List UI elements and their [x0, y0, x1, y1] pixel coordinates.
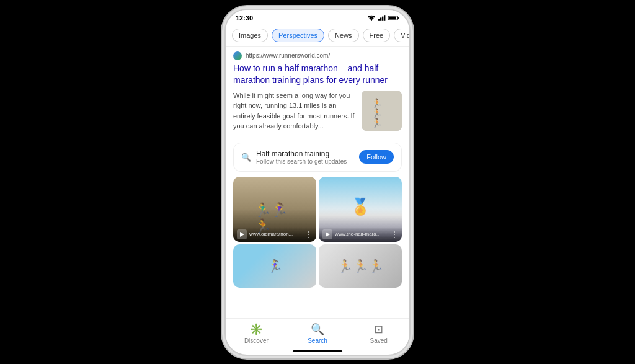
follow-left: 🔍 Half marathon training Follow this sea…: [241, 149, 347, 165]
article-title[interactable]: How to run a half marathon – and half ma…: [226, 63, 409, 91]
small-thumb-1[interactable]: 🏃‍♀️: [233, 244, 316, 288]
video-play-2: [322, 229, 332, 239]
follow-text-block: Half marathon training Follow this searc…: [256, 149, 347, 165]
svg-rect-3: [382, 16, 383, 20]
svg-rect-6: [389, 16, 396, 19]
svg-rect-2: [380, 17, 381, 20]
follow-text-sub: Follow this search to get updates: [256, 158, 347, 165]
svg-point-0: [371, 20, 372, 20]
search-icon-follow: 🔍: [241, 153, 251, 162]
svg-rect-7: [398, 17, 399, 19]
nav-item-saved[interactable]: ⊡ Saved: [348, 322, 409, 344]
source-row: https://www.runnersworld.com/: [226, 47, 409, 63]
play-icon-2: [326, 232, 330, 237]
saved-label: Saved: [370, 337, 388, 344]
small-thumb-row: 🏃‍♀️ 🏃🏃🏃: [226, 244, 409, 293]
search-nav-icon: 🔍: [311, 322, 324, 336]
search-label: Search: [308, 337, 327, 344]
discover-icon: ✳️: [249, 322, 263, 336]
svg-rect-1: [378, 19, 380, 21]
filter-tab-images[interactable]: Images: [232, 29, 268, 42]
video-url-2: www.the-half-mara...: [335, 231, 388, 237]
saved-icon: ⊡: [374, 322, 383, 336]
article-description: While it might seem a long way for you r…: [233, 91, 357, 131]
home-indicator: [293, 350, 342, 352]
play-icon-1: [240, 232, 244, 237]
discover-label: Discover: [244, 337, 269, 344]
video-overlay-2: www.the-half-mara... ⋮: [319, 227, 402, 242]
signal-icon: [378, 15, 386, 21]
filter-tabs: Images Perspectives News Free Vide: [226, 25, 409, 47]
status-icons: [367, 15, 399, 21]
video-url-1: www.oldmarathon...: [249, 231, 303, 237]
small-image-2: 🏃🏃🏃: [319, 244, 402, 288]
nav-item-discover[interactable]: ✳️ Discover: [226, 322, 287, 344]
filter-tab-news[interactable]: News: [328, 29, 359, 42]
video-grid: 🏃‍♂️🏃‍♀️🏃 www.oldmarathon... ⋮ 🏅: [226, 177, 409, 244]
wifi-icon: [367, 15, 376, 21]
video-play-1: [237, 229, 247, 239]
source-favicon: [233, 51, 242, 60]
status-bar: 12:30: [226, 10, 409, 25]
nav-item-search[interactable]: 🔍 Search: [287, 322, 349, 344]
video-overlay-1: www.oldmarathon... ⋮: [233, 227, 316, 242]
article-body: While it might seem a long way for you r…: [226, 91, 409, 138]
content-area: https://www.runnersworld.com/ How to run…: [226, 47, 409, 318]
small-thumb-2[interactable]: 🏃🏃🏃: [319, 244, 402, 288]
follow-button[interactable]: Follow: [359, 150, 394, 164]
article-thumbnail: [362, 91, 402, 131]
video-more-2[interactable]: ⋮: [391, 230, 398, 239]
small-image-1: 🏃‍♀️: [233, 244, 316, 288]
svg-rect-4: [384, 15, 385, 21]
filter-tab-vide[interactable]: Vide: [394, 29, 409, 42]
status-time: 12:30: [236, 14, 253, 22]
source-url: https://www.runnersworld.com/: [246, 52, 330, 59]
phone-frame: 12:30 Images: [224, 9, 411, 356]
follow-text-main: Half marathon training: [256, 149, 347, 158]
video-more-1[interactable]: ⋮: [305, 230, 313, 239]
filter-tab-free[interactable]: Free: [363, 29, 391, 42]
bottom-nav: ✳️ Discover 🔍 Search ⊡ Saved: [226, 318, 409, 350]
video-card-2[interactable]: 🏅 www.the-half-mara... ⋮: [319, 177, 402, 242]
follow-section: 🔍 Half marathon training Follow this sea…: [233, 143, 402, 172]
runners-image: [362, 91, 402, 131]
battery-icon: [388, 15, 399, 21]
filter-tab-perspectives[interactable]: Perspectives: [272, 29, 324, 42]
video-card-1[interactable]: 🏃‍♂️🏃‍♀️🏃 www.oldmarathon... ⋮: [233, 177, 316, 242]
